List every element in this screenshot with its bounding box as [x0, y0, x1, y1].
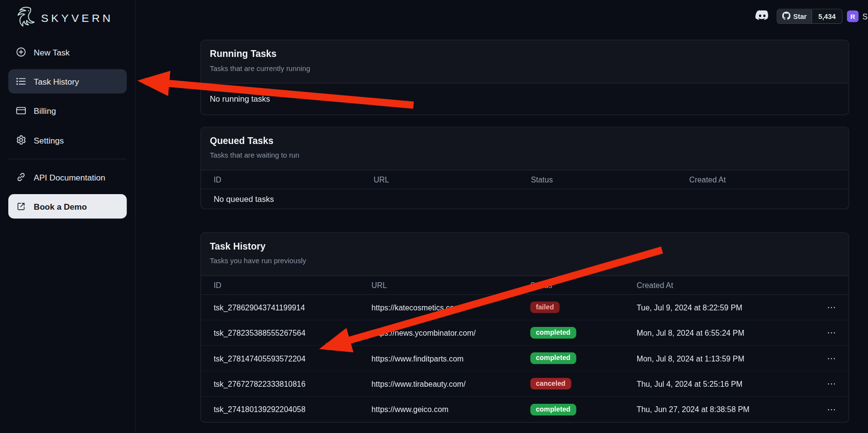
task-id: tsk_274180139292204058 — [214, 405, 371, 414]
sidebar-item-settings[interactable]: Settings — [8, 128, 127, 152]
sidebar: SKYVERN New Task Task History Billing — [0, 0, 136, 433]
running-tasks-card: Running Tasks Tasks that are currently r… — [201, 40, 850, 115]
user-avatar[interactable]: R — [847, 11, 859, 22]
task-id: tsk_278629043741199914 — [214, 303, 371, 312]
main-content: Running Tasks Tasks that are currently r… — [201, 40, 850, 423]
table-row[interactable]: tsk_274180139292204058 https://www.geico… — [201, 397, 849, 422]
column-header-created-at: Created At — [637, 281, 849, 289]
github-star-count: 5,434 — [812, 9, 842, 23]
task-url: https://katecosmetics.com — [371, 303, 530, 312]
gear-icon — [16, 134, 27, 145]
column-header-id: ID — [214, 175, 374, 184]
column-header-id: ID — [214, 281, 371, 289]
sidebar-divider — [8, 159, 127, 159]
sidebar-item-label: API Documentation — [34, 172, 105, 181]
sidebar-item-label: Task History — [34, 76, 79, 86]
billing-card-icon — [16, 105, 27, 116]
github-star-label: Star — [793, 13, 807, 20]
brand-logo: SKYVERN — [13, 5, 113, 31]
link-icon — [16, 172, 27, 183]
plus-circle-icon — [16, 47, 27, 58]
table-row[interactable]: tsk_278147405593572204 https://www.findi… — [201, 346, 849, 371]
sidebar-item-billing[interactable]: Billing — [8, 98, 127, 123]
card-subtitle: Tasks that are waiting to run — [210, 151, 840, 159]
column-header-status: Status — [530, 281, 636, 289]
sidebar-item-label: Book a Demo — [34, 201, 87, 211]
queued-table-header: ID URL Status Created At — [201, 170, 849, 189]
column-header-url: URL — [371, 281, 530, 289]
skyvern-dragon-icon — [13, 5, 35, 31]
user-name-label: S — [863, 12, 868, 21]
list-icon — [16, 76, 27, 87]
status-badge: completed — [530, 327, 576, 339]
task-url: https://www.tirabeauty.com/ — [371, 379, 530, 388]
column-header-url: URL — [374, 175, 531, 184]
task-url: https://www.geico.com — [371, 405, 530, 414]
queued-tasks-card: Queued Tasks Tasks that are waiting to r… — [201, 126, 850, 209]
table-row[interactable]: tsk_276727822333810816 https://www.tirab… — [201, 371, 849, 397]
task-created-at: Tue, Jul 9, 2024 at 8:22:59 PM — [637, 303, 815, 312]
sidebar-item-api-documentation[interactable]: API Documentation — [8, 165, 127, 189]
sidebar-item-book-a-demo[interactable]: Book a Demo — [8, 194, 127, 218]
github-icon — [782, 11, 791, 21]
row-menu-button[interactable]: ⋯ — [815, 327, 849, 338]
card-subtitle: Tasks you have run previously — [210, 257, 840, 265]
card-title: Running Tasks — [210, 49, 840, 60]
sidebar-nav: New Task Task History Billing — [8, 40, 127, 224]
history-table-header: ID URL Status Created At — [201, 276, 849, 295]
status-badge: failed — [530, 302, 559, 313]
task-url: https://news.ycombinator.com/ — [371, 328, 530, 337]
task-created-at: Mon, Jul 8, 2024 at 6:55:24 PM — [637, 328, 815, 337]
sidebar-item-label: New Task — [34, 47, 70, 56]
topbar: Star 5,434 R S — [136, 0, 868, 33]
task-created-at: Thu, Jul 4, 2024 at 5:25:16 PM — [637, 379, 815, 388]
queued-tasks-empty-state: No queued tasks — [201, 189, 849, 209]
sidebar-item-task-history[interactable]: Task History — [8, 69, 127, 93]
task-id: tsk_278235388555267564 — [214, 328, 371, 337]
status-badge: completed — [530, 404, 576, 415]
task-history-card: Task History Tasks you have run previous… — [201, 233, 850, 423]
card-title: Queued Tasks — [210, 136, 840, 147]
running-tasks-header: Running Tasks Tasks that are currently r… — [201, 40, 849, 84]
task-created-at: Mon, Jul 8, 2024 at 1:13:59 PM — [637, 354, 815, 362]
row-menu-button[interactable]: ⋯ — [815, 404, 849, 415]
discord-icon[interactable] — [755, 9, 770, 24]
task-id: tsk_278147405593572204 — [214, 354, 371, 362]
status-badge: canceled — [530, 378, 571, 390]
github-star-widget[interactable]: Star 5,434 — [776, 9, 842, 24]
column-header-created-at: Created At — [689, 175, 849, 184]
sidebar-item-label: Settings — [34, 135, 64, 144]
card-subtitle: Tasks that are currently running — [210, 64, 840, 72]
running-tasks-empty-state: No running tasks — [201, 84, 849, 115]
task-url: https://www.finditparts.com — [371, 354, 530, 362]
app-window: SKYVERN New Task Task History Billing — [0, 0, 868, 433]
row-menu-button[interactable]: ⋯ — [815, 379, 849, 389]
status-badge: completed — [530, 352, 576, 364]
row-menu-button[interactable]: ⋯ — [815, 302, 849, 313]
task-created-at: Thu, Jun 27, 2024 at 8:38:58 PM — [637, 405, 815, 414]
queued-tasks-header: Queued Tasks Tasks that are waiting to r… — [201, 127, 849, 171]
sidebar-item-new-task[interactable]: New Task — [8, 40, 127, 64]
table-row[interactable]: tsk_278629043741199914 https://katecosme… — [201, 295, 849, 320]
brand-name: SKYVERN — [41, 12, 113, 24]
sidebar-item-label: Billing — [34, 106, 56, 115]
table-row[interactable]: tsk_278235388555267564 https://news.ycom… — [201, 320, 849, 345]
task-id: tsk_276727822333810816 — [214, 379, 371, 388]
external-link-icon — [16, 201, 27, 212]
column-header-status: Status — [531, 175, 689, 184]
card-title: Task History — [210, 241, 840, 253]
task-history-header: Task History Tasks you have run previous… — [201, 233, 849, 276]
row-menu-button[interactable]: ⋯ — [815, 353, 849, 363]
